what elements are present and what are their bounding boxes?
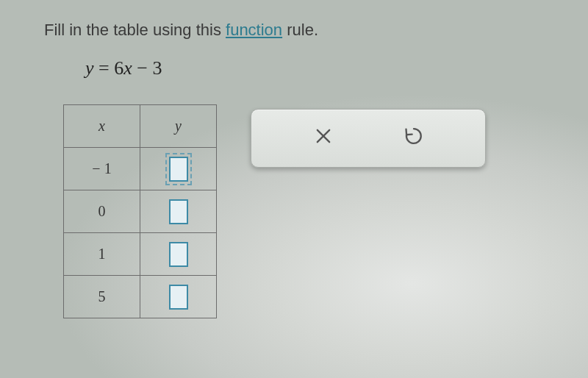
table-cell-y (140, 276, 217, 318)
table-cell-x: − 1 (64, 148, 140, 190)
eq-equals: = (98, 57, 110, 79)
function-table: x y − 1015 (63, 104, 217, 318)
table-cell-x: 5 (64, 276, 140, 318)
answer-input[interactable] (169, 199, 188, 224)
table-cell-x: 1 (64, 233, 140, 276)
table-row: 0 (64, 190, 217, 233)
close-icon (313, 126, 334, 151)
function-link[interactable]: function (226, 21, 282, 39)
answer-input[interactable] (169, 285, 188, 310)
clear-button[interactable] (307, 122, 340, 154)
answer-input[interactable] (169, 242, 188, 267)
eq-x: x (123, 57, 132, 79)
table-cell-y (140, 190, 217, 233)
table-row: 1 (64, 233, 217, 276)
eq-const: 3 (152, 57, 162, 79)
table-cell-y (140, 233, 217, 276)
table-row: − 1 (64, 148, 217, 190)
answer-input[interactable] (169, 157, 188, 182)
equation-display: y = 6x − 3 (85, 57, 544, 79)
undo-icon (404, 126, 424, 151)
table-header-x: x (64, 105, 140, 148)
eq-minus: − (137, 57, 148, 79)
table-row: 5 (64, 276, 217, 318)
table-cell-x: 0 (64, 190, 140, 233)
instructions-text: Fill in the table using this function ru… (44, 21, 544, 40)
instructions-prefix: Fill in the table using this (44, 21, 226, 39)
instructions-suffix: rule. (282, 21, 318, 39)
action-panel (251, 109, 486, 168)
eq-y: y (85, 57, 94, 79)
table-cell-y (140, 148, 217, 190)
undo-button[interactable] (398, 122, 430, 154)
eq-coef: 6 (114, 57, 123, 79)
table-header-y: y (140, 105, 217, 148)
